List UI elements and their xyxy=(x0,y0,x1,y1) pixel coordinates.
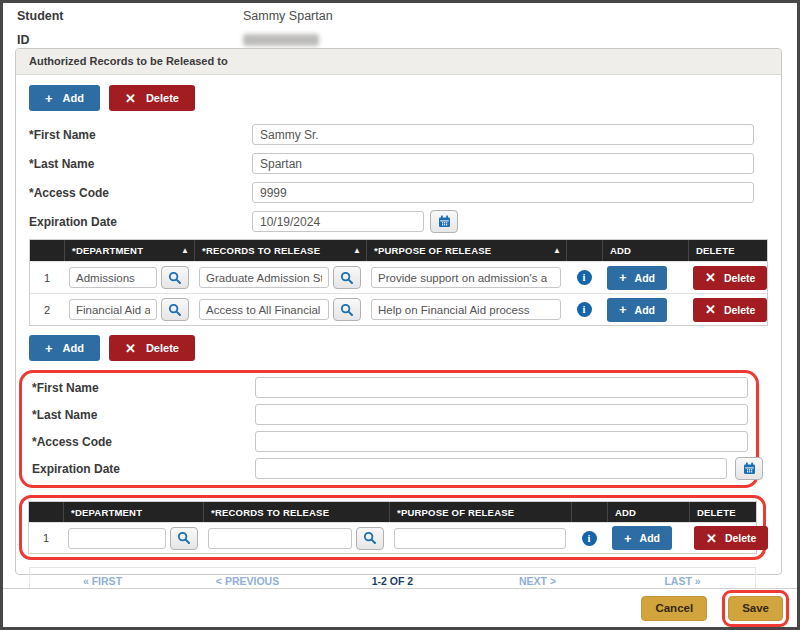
records-column-header[interactable]: *RECORDS TO RELEASE ▲ xyxy=(194,240,366,261)
plus-icon: + xyxy=(619,303,627,316)
save-button[interactable]: Save xyxy=(728,596,783,621)
last-name-row: *Last Name xyxy=(29,149,768,178)
purpose-input[interactable] xyxy=(394,528,566,549)
sort-asc-icon[interactable]: ▲ xyxy=(353,246,361,255)
last-name-input-2[interactable] xyxy=(255,404,748,425)
delete-button-label: Delete xyxy=(146,342,179,354)
purpose-column-header: *PURPOSE OF RELEASE xyxy=(389,502,571,522)
cancel-button[interactable]: Cancel xyxy=(641,596,707,621)
x-icon: ✕ xyxy=(125,92,136,105)
calendar-button-2[interactable] xyxy=(735,457,763,480)
first-name-input-2[interactable] xyxy=(255,377,748,398)
expiration-date-input[interactable] xyxy=(252,211,424,232)
department-lookup-button[interactable] xyxy=(161,266,189,289)
save-highlight-outline: Save xyxy=(722,590,789,627)
first-name-row: *First Name xyxy=(29,120,768,149)
search-icon xyxy=(177,531,191,545)
first-name-label: *First Name xyxy=(29,128,252,142)
row-add-button[interactable]: + Add xyxy=(607,298,667,322)
first-name-row-2: *First Name xyxy=(32,374,756,401)
authorized-records-panel: Authorized Records to be Released to + A… xyxy=(15,48,782,575)
x-icon: ✕ xyxy=(705,271,716,284)
last-name-row-2: *Last Name xyxy=(32,401,756,428)
purpose-cell xyxy=(389,523,571,553)
release-authorization-window: Student Sammy Spartan ID Authorized Reco… xyxy=(0,0,800,630)
department-input[interactable] xyxy=(69,267,157,288)
purpose-input[interactable] xyxy=(371,267,561,288)
delete-cell: ✕ Delete xyxy=(689,523,773,553)
grid-1-header: *DEPARTMENT ▲ *RECORDS TO RELEASE ▲ *PUR… xyxy=(30,240,767,261)
search-icon xyxy=(363,531,377,545)
add-row-button-2[interactable]: + Add xyxy=(29,335,100,361)
records-cell xyxy=(194,294,366,325)
records-lookup-button[interactable] xyxy=(333,298,361,321)
records-grid-1: *DEPARTMENT ▲ *RECORDS TO RELEASE ▲ *PUR… xyxy=(29,239,768,326)
pagination-previous-link[interactable]: < PREVIOUS xyxy=(175,575,320,587)
plus-icon: + xyxy=(45,92,53,105)
last-name-input[interactable] xyxy=(252,153,754,174)
toolbar-1: + Add ✕ Delete xyxy=(29,85,768,111)
plus-icon: + xyxy=(619,271,627,284)
records-input[interactable] xyxy=(199,267,329,288)
highlight-empty-fields: *First Name *Last Name *Access Code Expi… xyxy=(19,370,759,488)
pagination-next-link[interactable]: NEXT > xyxy=(465,575,610,587)
department-lookup-button[interactable] xyxy=(161,298,189,321)
row-add-label: Add xyxy=(635,272,655,284)
row-delete-label: Delete xyxy=(724,304,756,316)
sort-asc-icon[interactable]: ▲ xyxy=(553,246,561,255)
add-cell: + Add xyxy=(602,294,688,325)
info-icon[interactable]: i xyxy=(577,302,592,317)
expiration-date-label-2: Expiration Date xyxy=(32,462,255,476)
records-input[interactable] xyxy=(208,528,352,549)
row-delete-button[interactable]: ✕ Delete xyxy=(693,298,767,322)
row-add-label: Add xyxy=(635,304,655,316)
grid-2-header: *DEPARTMENT *RECORDS TO RELEASE *PURPOSE… xyxy=(29,502,756,522)
pagination-last-link[interactable]: LAST » xyxy=(610,575,755,587)
department-cell xyxy=(64,294,194,325)
info-icon[interactable]: i xyxy=(577,270,592,285)
plus-icon: + xyxy=(624,532,632,545)
records-input[interactable] xyxy=(199,299,329,320)
row-delete-button[interactable]: ✕ Delete xyxy=(693,266,767,290)
department-input[interactable] xyxy=(69,299,157,320)
delete-row-button-2[interactable]: ✕ Delete xyxy=(109,335,195,361)
toolbar-2: + Add ✕ Delete xyxy=(29,335,768,361)
expiration-date-row-2: Expiration Date xyxy=(32,455,756,482)
access-code-input[interactable] xyxy=(252,182,754,203)
records-lookup-button[interactable] xyxy=(333,266,361,289)
purpose-column-header[interactable]: *PURPOSE OF RELEASE ▲ xyxy=(366,240,566,261)
purpose-cell xyxy=(366,294,566,325)
department-column-header[interactable]: *DEPARTMENT ▲ xyxy=(64,240,194,261)
row-add-button[interactable]: + Add xyxy=(612,526,672,550)
records-lookup-button[interactable] xyxy=(356,527,384,550)
records-cell xyxy=(203,523,389,553)
pagination-first-link[interactable]: « FIRST xyxy=(30,575,175,587)
access-code-input-2[interactable] xyxy=(255,431,748,452)
info-cell: i xyxy=(571,523,607,553)
first-name-label-2: *First Name xyxy=(32,381,255,395)
department-column-header: *DEPARTMENT xyxy=(63,502,203,522)
id-label: ID xyxy=(17,33,243,47)
info-column-header xyxy=(571,502,607,522)
purpose-input[interactable] xyxy=(371,299,561,320)
calendar-icon xyxy=(438,215,451,228)
row-delete-button[interactable]: ✕ Delete xyxy=(694,526,768,550)
table-row: 1 xyxy=(29,522,756,553)
row-add-button[interactable]: + Add xyxy=(607,266,667,290)
department-lookup-button[interactable] xyxy=(170,527,198,550)
calendar-button[interactable] xyxy=(430,210,458,233)
add-row-button[interactable]: + Add xyxy=(29,85,100,111)
row-number-header xyxy=(30,240,64,261)
student-name-value: Sammy Spartan xyxy=(243,9,333,23)
first-name-input[interactable] xyxy=(252,124,754,145)
sort-asc-icon[interactable]: ▲ xyxy=(181,246,189,255)
department-cell xyxy=(64,262,194,293)
department-cell xyxy=(63,523,203,553)
department-input[interactable] xyxy=(68,528,166,549)
expiration-date-input-2[interactable] xyxy=(255,458,727,479)
add-button-label: Add xyxy=(63,342,84,354)
highlight-empty-grid: *DEPARTMENT *RECORDS TO RELEASE *PURPOSE… xyxy=(19,495,766,560)
delete-row-button[interactable]: ✕ Delete xyxy=(109,85,195,111)
info-icon[interactable]: i xyxy=(582,531,597,546)
pagination-status: 1-2 OF 2 xyxy=(320,575,465,587)
